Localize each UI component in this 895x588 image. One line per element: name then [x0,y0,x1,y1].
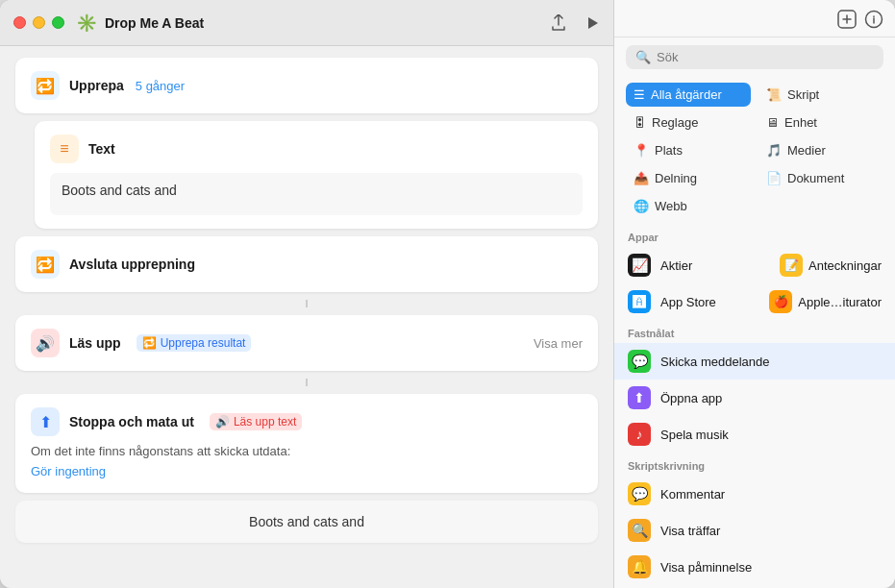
stop-link[interactable]: Gör ingenting [31,464,106,478]
paminnelse-icon: 🔔 [628,555,651,578]
action-oppna[interactable]: ⬆ Öppna app [614,380,895,416]
text-content[interactable]: Boots and cats and [50,173,583,215]
stop-icon: ⬆ [31,407,60,436]
search-icon: 🔍 [635,50,651,64]
cat-controls-label: Reglage [652,115,698,130]
text-icon: ≡ [50,135,79,163]
show-more[interactable]: Visa mer [534,336,583,351]
stop-card: ⬆ Stoppa och mata ut 🔊 Läs upp text Om d… [15,394,598,493]
cat-controls[interactable]: 🎛 Reglage [626,110,751,135]
repeat-card: 🔁 Upprepa 5 gånger [15,58,598,113]
script-icon: 📜 [766,87,782,102]
window-title: Drop Me A Beat [105,15,550,31]
stop-title: Stoppa och mata ut [69,414,194,429]
cat-script-label: Skript [787,87,819,102]
list-icon: ☰ [634,87,645,102]
export-button[interactable] [550,14,567,32]
text-card: ≡ Text Boots and cats and [35,121,598,229]
traffar-icon: 🔍 [628,519,651,542]
cat-device[interactable]: 🖥 Enhet [758,110,883,135]
minimize-button[interactable] [33,16,45,29]
cat-all-actions[interactable]: ☰ Alla åtgärder [626,83,751,107]
document-icon: 📄 [766,171,782,185]
oppna-icon: ⬆ [628,386,651,409]
search-bar: 🔍 [614,37,895,77]
traffic-lights [13,16,64,29]
right-panel: 🔍 ☰ Alla åtgärder 📜 Skript 🎛 Reglage 🖥 E… [613,0,895,588]
spela-icon: ♪ [628,423,651,446]
cat-document-label: Dokument [787,171,844,185]
cat-sharing-label: Delning [655,171,697,185]
aktier-icon: 📈 [628,254,651,277]
paminnelse-label: Visa påminnelse [660,560,752,575]
appstore-icon: 🅰 [628,290,651,313]
skicka-label: Skicka meddelande [660,355,769,369]
end-repeat-title: Avsluta upprepning [69,257,195,272]
action-visa-paminnelse[interactable]: 🔔 Visa påminnelse [614,549,895,585]
repeat-icon: 🔁 [31,71,60,100]
cat-web[interactable]: 🌐 Webb [626,194,751,218]
action-visa-traffar[interactable]: 🔍 Visa träffar [614,512,895,549]
info-button[interactable] [864,10,883,29]
preview-text: Boots and cats and [249,514,364,529]
action-aktier[interactable]: 📈 Aktier 📝 Anteckningar [614,247,895,283]
search-input[interactable] [657,50,874,64]
maximize-button[interactable] [52,16,64,29]
kommentar-icon: 💬 [628,482,651,505]
repeat-icon-small: 🔁 [142,336,157,350]
workflow-content: 🔁 Upprepa 5 gånger ≡ Text Boots and cats… [0,46,613,588]
stop-badge: 🔊 Läs upp text [210,413,302,430]
oppna-label: Öppna app [660,391,722,405]
cat-media[interactable]: 🎵 Medier [758,138,883,162]
web-icon: 🌐 [634,199,649,213]
section-skript: Skriptskrivning [614,453,895,476]
anteckningar-icon: 📝 [780,254,803,277]
appstore-label: App Store [660,295,716,309]
traffar-label: Visa träffar [660,524,720,538]
controls-icon: 🎛 [634,115,646,130]
speak-badge: 🔁 Upprepa resultat [137,334,252,352]
play-button[interactable] [584,15,600,31]
anteckningar-label: Anteckningar [808,258,882,273]
sharing-icon: 📤 [634,171,649,185]
kommentar-label: Kommentar [660,487,725,502]
cat-location[interactable]: 📍 Plats [626,138,751,162]
section-fastnalat: Fastnålat [614,320,895,343]
divider-2 [306,379,308,386]
apple-label: Apple…iturator [798,295,882,309]
cat-web-label: Webb [655,199,687,213]
preview-area: Boots and cats and [15,501,598,543]
main-window: ✳️ Drop Me A Beat 🔁 [0,0,895,588]
titlebar-actions [550,14,600,32]
search-wrapper: 🔍 [626,45,883,69]
cat-sharing[interactable]: 📤 Delning [626,166,751,190]
end-repeat-icon: 🔁 [31,250,60,279]
action-appstore[interactable]: 🅰 App Store 🍎 Apple…iturator [614,283,895,320]
add-action-button[interactable] [837,10,857,29]
media-icon: 🎵 [766,143,782,158]
apple-icon: 🍎 [769,290,792,313]
cat-device-label: Enhet [784,115,817,130]
actions-list: Appar 📈 Aktier 📝 Anteckningar 🅰 App Stor… [614,224,895,588]
action-skicka[interactable]: 💬 Skicka meddelande [614,343,895,380]
speak-title: Läs upp [69,335,121,351]
left-panel: ✳️ Drop Me A Beat 🔁 [0,0,613,588]
spela-label: Spela musik [660,428,729,442]
app-icon: ✳️ [76,12,97,34]
action-kommentar[interactable]: 💬 Kommentar [614,476,895,512]
speak-card: 🔊 Läs upp 🔁 Upprepa resultat Visa mer [15,315,598,371]
divider-1 [306,300,308,307]
action-spela[interactable]: ♪ Spela musik [614,416,895,453]
aktier-label: Aktier [660,258,692,273]
speak-icon-small: 🔊 [215,415,230,429]
section-appar: Appar [614,224,895,247]
stop-body: Om det inte finns någonstans att skicka … [31,444,583,458]
cat-document[interactable]: 📄 Dokument [758,166,883,190]
close-button[interactable] [13,16,26,29]
cat-all-label: Alla åtgärder [651,87,722,102]
cat-script[interactable]: 📜 Skript [758,83,883,107]
category-grid: ☰ Alla åtgärder 📜 Skript 🎛 Reglage 🖥 Enh… [614,77,895,224]
right-panel-header [614,0,895,37]
repeat-badge: 5 gånger [136,79,185,93]
speak-icon: 🔊 [31,329,60,357]
